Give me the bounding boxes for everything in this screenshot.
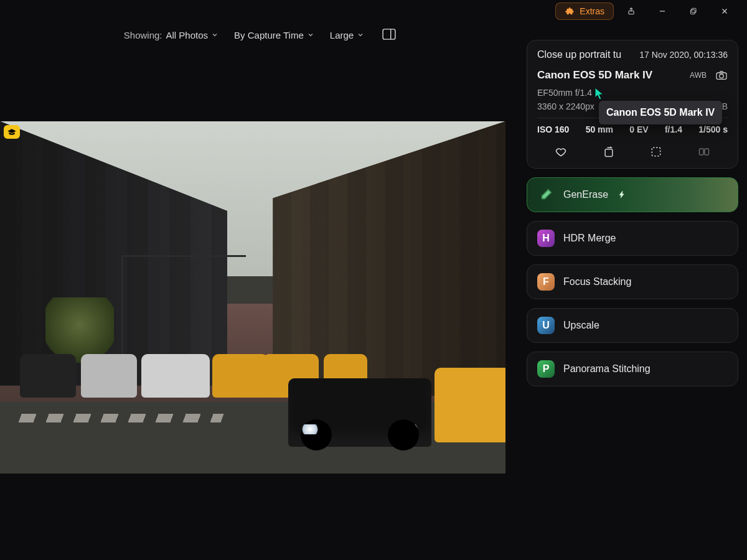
rotate-button[interactable] [596,143,621,161]
panel-toggle-button[interactable] [382,29,396,42]
svg-rect-3 [690,10,695,14]
camera-icon[interactable] [715,70,728,80]
svg-rect-13 [705,149,709,155]
minimize-icon [658,7,667,16]
bolt-icon [618,191,626,198]
share-icon [627,7,636,16]
exif-focal: 50 mm [586,124,613,134]
svg-rect-11 [652,147,660,156]
panel-icon [382,29,396,40]
photo-title: Close up portrait tu [537,49,621,60]
filter-dropdown[interactable]: Showing: All Photos [124,30,218,40]
svg-rect-6 [383,29,395,39]
svg-point-9 [720,74,723,78]
rating-badge[interactable] [4,125,20,139]
svg-rect-10 [605,149,613,157]
sort-value: By Capture Time [234,30,304,40]
image-viewer[interactable] [0,121,505,474]
lens-info: EF50mm f/1.4 [537,88,728,98]
puzzle-icon [565,6,575,16]
card-actions [537,141,728,162]
window-titlebar: Extras [555,0,747,22]
photo-date: 17 Nov 2020, 00:13:36 [639,50,728,60]
tool-hdr-merge[interactable]: H HDR Merge [527,221,738,256]
tool-generase[interactable]: GenErase [527,177,738,212]
exif-ev: 0 EV [629,124,648,134]
compare-button[interactable] [692,143,716,161]
exif-iso: ISO 160 [537,124,569,134]
graduation-icon [7,128,17,136]
size-value: Large [330,30,354,40]
svg-rect-2 [692,8,696,12]
tool-label: HDR Merge [563,233,616,244]
heart-icon [555,146,567,158]
close-icon [720,7,729,16]
tool-label: Focus Stacking [563,276,631,287]
showing-prefix: Showing: [124,30,162,40]
share-button[interactable] [618,1,645,21]
tool-upscale[interactable]: U Upscale [527,308,738,343]
close-button[interactable] [711,1,738,21]
photo-content [0,121,505,474]
tile-h-icon: H [537,230,555,247]
right-panel: Close up portrait tu 17 Nov 2020, 00:13:… [527,40,738,386]
maximize-button[interactable] [680,1,707,21]
exif-aperture: f/1.4 [665,124,682,134]
tool-label: Upscale [563,320,599,331]
chevron-down-icon [308,32,314,38]
tile-f-icon: F [537,273,555,291]
camera-model[interactable]: Canon EOS 5D Mark IV [537,69,652,82]
sort-dropdown[interactable]: By Capture Time [234,30,314,40]
minimize-button[interactable] [649,1,676,21]
tool-label: Panorama Stitching [563,363,651,375]
favorite-button[interactable] [548,143,573,161]
viewer-toolbar: Showing: All Photos By Capture Time Larg… [0,24,520,46]
tool-panorama[interactable]: P Panorama Stitching [527,352,738,386]
svg-rect-12 [699,149,703,155]
white-balance-label: AWB [690,71,707,80]
tool-focus-stacking[interactable]: F Focus Stacking [527,264,738,299]
tile-p-icon: P [537,360,555,378]
extras-label: Extras [580,6,604,16]
tile-u-icon: U [537,317,555,334]
exif-shutter: 1/500 s [698,124,728,134]
dimensions: 3360 x 2240px [537,101,594,111]
rotate-icon [603,146,615,158]
maximize-icon [689,7,698,16]
chevron-down-icon [357,32,364,38]
eraser-icon [537,186,555,203]
filter-value: All Photos [166,30,209,40]
compare-icon [698,146,710,158]
extras-button[interactable]: Extras [555,2,614,20]
crop-icon [650,146,662,158]
camera-tooltip: Canon EOS 5D Mark IV [599,101,722,124]
size-dropdown[interactable]: Large [330,30,364,40]
crop-button[interactable] [644,143,669,161]
chevron-down-icon [212,32,218,38]
tool-label: GenErase [563,189,608,200]
